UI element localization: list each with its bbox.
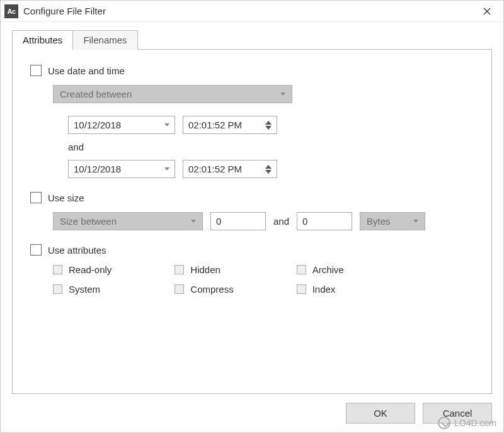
attributes-section: Use attributes Read-only Hidden Archive bbox=[30, 244, 474, 295]
readonly-label: Read-only bbox=[69, 264, 112, 275]
tab-attributes[interactable]: Attributes bbox=[12, 30, 73, 50]
date-and-label: and bbox=[68, 142, 474, 152]
to-date-value: 10/12/2018 bbox=[74, 164, 121, 174]
attr-hidden: Hidden bbox=[175, 264, 284, 275]
dialog-buttons: OK Cancel bbox=[1, 394, 503, 432]
chevron-down-icon bbox=[191, 220, 196, 223]
chevron-down-icon bbox=[164, 123, 169, 127]
attr-archive: Archive bbox=[297, 264, 406, 275]
attr-index: Index bbox=[297, 284, 406, 295]
configure-file-filter-window: Ac Configure File Filter Attributes File… bbox=[0, 0, 504, 433]
ok-button[interactable]: OK bbox=[346, 403, 415, 424]
size-from-input[interactable]: 0 bbox=[210, 212, 266, 230]
size-unit-select[interactable]: Bytes bbox=[360, 212, 425, 230]
compress-label: Compress bbox=[190, 284, 233, 295]
tab-panel: Use date and time Created between 10/12/… bbox=[12, 49, 492, 394]
hidden-checkbox[interactable] bbox=[175, 265, 184, 274]
chevron-down-icon bbox=[164, 167, 169, 171]
tab-filenames[interactable]: Filenames bbox=[73, 30, 137, 50]
app-icon: Ac bbox=[4, 4, 18, 18]
chevron-down-icon bbox=[280, 93, 285, 96]
size-and-label: and bbox=[273, 216, 289, 227]
cancel-button[interactable]: Cancel bbox=[423, 403, 492, 424]
spinner-up-button[interactable] bbox=[265, 121, 272, 125]
system-checkbox[interactable] bbox=[53, 284, 62, 294]
from-time-input[interactable]: 02:01:52 PM bbox=[183, 116, 277, 134]
from-date-input[interactable]: 10/12/2018 bbox=[68, 116, 175, 134]
size-mode-label: Size between bbox=[60, 216, 117, 227]
hidden-label: Hidden bbox=[190, 264, 220, 275]
compress-checkbox[interactable] bbox=[175, 284, 184, 294]
archive-checkbox[interactable] bbox=[297, 265, 306, 274]
attr-system: System bbox=[53, 284, 162, 295]
window-title: Configure File Filter bbox=[23, 6, 474, 16]
close-icon bbox=[483, 8, 491, 15]
size-section: Use size Size between 0 and 0 Bytes bbox=[30, 192, 474, 230]
size-mode-select[interactable]: Size between bbox=[53, 212, 203, 230]
from-time-value: 02:01:52 PM bbox=[188, 120, 242, 130]
archive-label: Archive bbox=[312, 264, 344, 275]
attr-compress: Compress bbox=[175, 284, 284, 295]
system-label: System bbox=[69, 284, 100, 295]
from-date-value: 10/12/2018 bbox=[74, 120, 121, 130]
to-time-spinner bbox=[265, 164, 272, 174]
attr-readonly: Read-only bbox=[53, 264, 162, 275]
chevron-down-icon bbox=[413, 220, 418, 223]
titlebar: Ac Configure File Filter bbox=[1, 1, 503, 22]
date-time-section: Use date and time Created between 10/12/… bbox=[30, 65, 474, 178]
spinner-up-button[interactable] bbox=[265, 165, 272, 169]
to-date-input[interactable]: 10/12/2018 bbox=[68, 160, 175, 178]
date-mode-select[interactable]: Created between bbox=[53, 85, 292, 103]
tab-strip: Attributes Filenames bbox=[12, 30, 492, 49]
from-time-spinner bbox=[265, 120, 272, 130]
to-time-value: 02:01:52 PM bbox=[188, 164, 242, 174]
index-label: Index bbox=[312, 284, 336, 295]
use-date-label: Use date and time bbox=[48, 65, 125, 76]
index-checkbox[interactable] bbox=[297, 284, 306, 294]
use-size-label: Use size bbox=[48, 193, 84, 203]
use-date-checkbox[interactable] bbox=[30, 65, 42, 76]
size-unit-label: Bytes bbox=[367, 216, 391, 227]
use-size-checkbox[interactable] bbox=[30, 192, 42, 203]
spinner-down-button[interactable] bbox=[265, 126, 272, 130]
to-time-input[interactable]: 02:01:52 PM bbox=[183, 160, 277, 178]
content-area: Attributes Filenames Use date and time C… bbox=[1, 22, 503, 394]
readonly-checkbox[interactable] bbox=[53, 265, 62, 274]
date-mode-label: Created between bbox=[60, 89, 132, 99]
close-button[interactable] bbox=[474, 3, 500, 20]
use-attributes-checkbox[interactable] bbox=[30, 244, 42, 256]
use-attributes-label: Use attributes bbox=[48, 245, 106, 256]
size-to-input[interactable]: 0 bbox=[297, 212, 352, 230]
spinner-down-button[interactable] bbox=[265, 170, 272, 174]
